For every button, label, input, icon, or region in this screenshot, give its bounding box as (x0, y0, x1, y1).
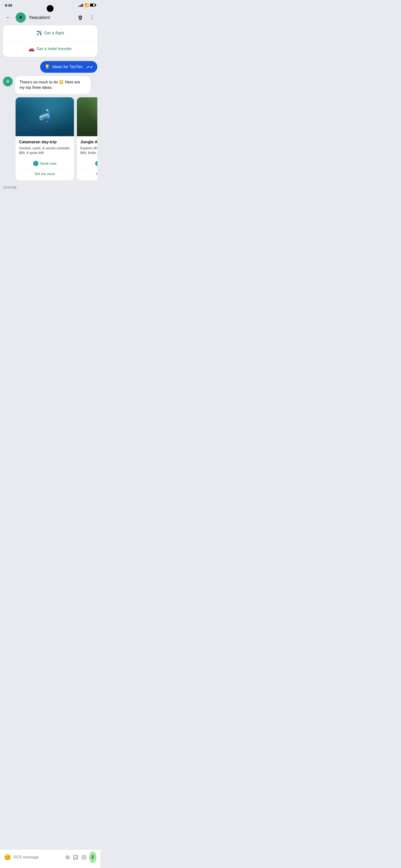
catamaran-more-button[interactable]: Tell me more (19, 169, 70, 179)
catamaran-book-icon: 🌐 (33, 161, 38, 166)
shield-button[interactable] (76, 13, 85, 22)
cards-carousel: 🤿 Catamaran day-trip Snorkel, sushi, & s… (3, 96, 97, 181)
catamaran-card-image: 🤿 (16, 97, 74, 136)
sent-message: 💡 Ideas for TanTan ✔✔ (3, 61, 97, 73)
catamaran-card-body: Catamaran day-trip Snorkel, sushi, & sun… (16, 136, 74, 180)
more-button[interactable]: ⋮ (88, 13, 96, 22)
status-time: 9:30 (5, 3, 12, 7)
back-arrow-icon: ← (6, 14, 11, 21)
jungle-atv-card-title: Jungle ATV tour (80, 140, 97, 145)
flight-emoji: ✈️ (36, 30, 42, 36)
app-title: Yeacation! (29, 15, 73, 20)
get-flight-button[interactable]: ✈️ Get a flight (3, 25, 97, 41)
jungle-atv-book-icon: 🌐 (95, 161, 97, 166)
chat-area: ✈️ Get a flight 🚗 Get a hotel transfer 💡… (0, 25, 100, 193)
sent-bubble: 💡 Ideas for TanTan ✔✔ (40, 61, 97, 73)
received-text: There's so much to do 😳 Here are my top … (20, 80, 80, 90)
received-message-row: ✈ There's so much to do 😳 Here are my to… (3, 76, 97, 94)
catamaran-card-desc: Snorkel, sushi, & sunset cocktails. $99,… (19, 146, 70, 155)
jungle-atv-card-body: Jungle ATV tour Explore off-road with a … (77, 136, 97, 180)
wifi-icon: 📶 (85, 3, 89, 7)
vertical-dots-icon: ⋮ (89, 15, 95, 20)
jungle-atv-book-button[interactable]: 🌐 Book n... (80, 158, 97, 169)
jungle-atv-more-button[interactable]: Tell me mo... (80, 169, 97, 179)
catamaran-book-button[interactable]: 🌐 Book now (19, 158, 70, 169)
catamaran-card-title: Catamaran day-trip (19, 140, 70, 145)
get-flight-label: Get a flight (44, 31, 64, 35)
bot-avatar: ✈ (3, 76, 13, 86)
get-hotel-transfer-button[interactable]: 🚗 Get a hotel transfer (3, 41, 97, 57)
jungle-atv-more-label: Tell me mo... (96, 172, 97, 176)
received-bubble: There's so much to do 😳 Here are my top … (15, 76, 91, 94)
battery-icon (90, 4, 95, 6)
camera-pill (47, 5, 54, 12)
catamaran-card: 🤿 Catamaran day-trip Snorkel, sushi, & s… (16, 97, 74, 180)
sent-text: Ideas for TanTan (52, 64, 83, 69)
jungle-atv-card-desc: Explore off-road with a guide. $99, limi… (80, 146, 97, 155)
bot-avatar-icon: ✈ (6, 79, 10, 85)
app-avatar-icon: ✈ (19, 14, 23, 21)
sent-check-icon: ✔✔ (87, 65, 93, 69)
shield-icon (78, 15, 83, 20)
car-emoji: 🚗 (28, 46, 35, 52)
quick-actions-card: ✈️ Get a flight 🚗 Get a hotel transfer (3, 25, 97, 57)
catamaran-more-label: Tell me more (34, 172, 55, 176)
jungle-atv-card-image: 🚙 (77, 97, 97, 136)
get-hotel-transfer-label: Get a hotel transfer (36, 46, 72, 51)
catamaran-book-label: Book now (40, 161, 57, 165)
signal-bars-icon (79, 3, 83, 7)
app-bar: ← ✈ Yeacation! ⋮ (0, 10, 100, 25)
jungle-atv-card: 🚙 Jungle ATV tour Explore off-road with … (77, 97, 97, 180)
back-button[interactable]: ← (4, 13, 13, 22)
diver-icon: 🤿 (35, 108, 54, 126)
status-bar: 9:30 📶 (0, 0, 100, 10)
app-avatar: ✈ (16, 12, 26, 23)
sent-emoji: 💡 (44, 64, 50, 69)
timestamp: 10:23 AM (3, 184, 97, 190)
